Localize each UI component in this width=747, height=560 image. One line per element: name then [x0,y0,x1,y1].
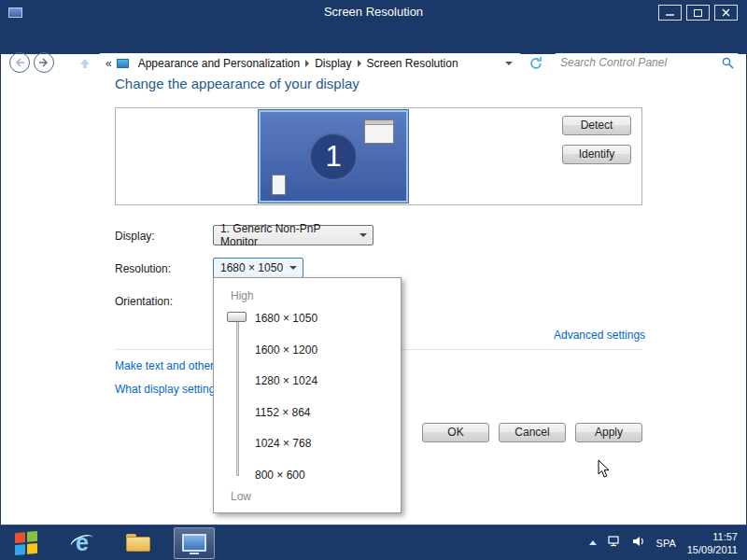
resolution-option[interactable]: 747 × 560 [255,469,305,483]
display-dropdown[interactable]: 1. Generic Non-PnP Monitor [213,225,374,245]
clock-date: 15/09/2011 [687,543,738,556]
breadcrumb-item-appearance[interactable]: Appearance and Personalization [133,57,305,70]
taskbar-display-settings-button[interactable] [174,527,215,559]
breadcrumb-item-display[interactable]: Display [309,57,357,70]
close-icon [722,8,730,17]
orientation-label: Orientation: [115,295,173,308]
breadcrumb-item-screen-resolution[interactable]: Screen Resolution [361,57,464,70]
taskbar-internet-explorer-button[interactable]: e [62,527,103,559]
display-settings-icon-stand [190,553,199,554]
cancel-button[interactable]: Cancel [499,423,566,442]
breadcrumb-dropdown-icon[interactable] [505,62,513,65]
monitor-number-badge: 1 [309,133,358,181]
resolution-option[interactable]: 1024 × 768 [255,437,311,451]
control-panel-icon [117,59,129,68]
maximize-icon [694,9,702,17]
breadcrumb-overflow-chevron[interactable]: « [106,57,112,70]
mouse-cursor [598,459,611,482]
display-dropdown-value: 1. Generic Non-PnP Monitor [220,222,359,248]
chevron-down-icon [359,233,367,237]
resolution-dropdown[interactable]: 1680 × 1050 [213,258,303,278]
search-input[interactable] [555,53,717,71]
titlebar: Screen Resolution [0,0,747,24]
navigation-bar: « Appearance and Personalization Display… [0,24,747,54]
resolution-slider-track[interactable] [236,315,239,476]
resolution-option[interactable]: 1600 × 1200 [255,343,317,357]
slider-low-label: Low [231,490,251,503]
minimize-icon [666,8,674,17]
page-title: Change the appearance of your display [115,76,359,91]
display-settings-icon [182,534,206,552]
back-button[interactable] [9,52,30,73]
windows-logo-icon [15,530,37,554]
resolution-option[interactable]: 1680 × 1050 [255,312,317,326]
resolution-option[interactable]: 1280 × 1024 [255,374,317,388]
internet-explorer-ring-icon [68,531,95,553]
refresh-button[interactable] [525,53,547,73]
slider-high-label: High [231,289,254,302]
search-icon[interactable] [722,57,734,72]
folder-icon [126,534,150,552]
monitor-mini-window-icon [364,119,394,144]
identify-button[interactable]: Identify [562,145,631,164]
apply-button[interactable]: Apply [575,423,642,442]
breadcrumb: « Appearance and Personalization Display… [99,53,521,73]
screen-resolution-window: Screen Resolution « Appearance and P [0,0,747,560]
volume-icon[interactable] [632,536,645,550]
taskbar: e SPA 11:57 15/09/2011 [0,525,747,560]
network-icon[interactable] [608,536,621,550]
resolution-dropdown-value: 1680 × 1050 [220,261,283,274]
refresh-icon [529,56,543,70]
monitor-1-graphic[interactable]: 1 [259,110,408,203]
advanced-settings-link[interactable]: Advanced settings [554,329,645,342]
language-indicator[interactable]: SPA [656,538,676,549]
forward-button[interactable] [34,52,54,73]
forward-arrow-icon [38,58,49,67]
taskbar-clock[interactable]: 11:57 15/09/2011 [687,530,738,556]
make-text-larger-link[interactable]: Make text and other [115,359,214,372]
up-button[interactable] [77,56,93,71]
maximize-button[interactable] [686,5,710,21]
resolution-slider-handle[interactable] [227,312,247,322]
detect-button[interactable]: Detect [562,116,631,135]
resolution-option[interactable]: 1152 × 864 [255,406,311,420]
window-controls [658,5,738,21]
taskbar-explorer-button[interactable] [118,527,159,559]
display-label: Display: [115,230,155,243]
monitor-mini-panel-icon [272,175,286,195]
up-arrow-icon [79,58,91,69]
resolution-label: Resolution: [115,262,171,275]
ok-button[interactable]: OK [422,423,489,442]
close-button[interactable] [714,5,738,21]
resolution-slider-popup: High 1680 × 1050 1600 × 1200 1280 × 1024… [213,277,402,513]
back-arrow-icon [14,58,25,67]
window-title: Screen Resolution [0,0,747,24]
chevron-down-icon [289,266,297,270]
system-tray: SPA 11:57 15/09/2011 [589,530,747,556]
tray-expand-icon[interactable] [589,540,597,545]
start-button[interactable] [6,527,47,559]
search-box [555,53,739,73]
minimize-button[interactable] [658,5,682,21]
clock-time: 11:57 [687,530,738,543]
what-display-settings-link[interactable]: What display setting [115,383,215,396]
